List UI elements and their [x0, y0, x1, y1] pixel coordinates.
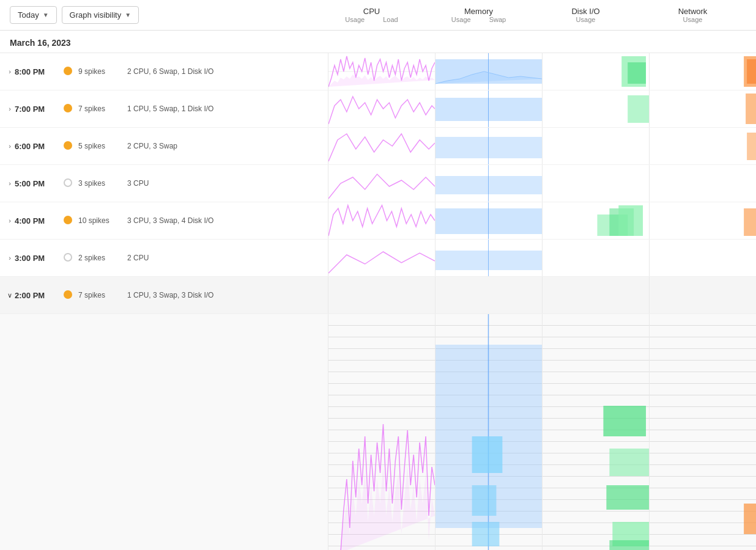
memory-swap-label: Swap	[489, 16, 506, 23]
row-300pm[interactable]: › 3:00 PM 2 spikes 2 CPU	[0, 240, 756, 277]
disk-sub: Usage	[576, 16, 596, 23]
memory-sub: Usage Swap	[451, 16, 506, 23]
desc-600pm: 2 CPU, 3 Swap	[127, 142, 328, 150]
memory-chart-400pm	[435, 202, 542, 239]
memory-chart-300pm	[435, 240, 542, 276]
cpu-col-header: CPU Usage Load	[318, 7, 425, 23]
severity-200pm	[64, 290, 78, 301]
cpu-chart-500pm	[328, 165, 435, 202]
row-700pm[interactable]: › 7:00 PM 7 spikes 1 CPU, 5 Swap, 1 Disk…	[0, 90, 756, 128]
charts-300pm	[328, 240, 756, 276]
toggle-600pm[interactable]: ›	[0, 142, 15, 150]
disk-title: Disk I/O	[571, 7, 599, 16]
toggle-700pm[interactable]: ›	[0, 105, 15, 112]
desc-700pm: 1 CPU, 5 Swap, 1 Disk I/O	[127, 105, 328, 113]
spikes-800pm: 9 spikes	[78, 67, 127, 76]
row-400pm[interactable]: › 4:00 PM 10 spikes 3 CPU, 3 Swap, 4 Dis…	[0, 202, 756, 240]
svg-rect-26	[472, 436, 503, 473]
severity-700pm	[64, 104, 78, 114]
memory-big-chart	[435, 314, 542, 550]
expanded-left-spacer	[0, 314, 328, 550]
time-200pm: 2:00 PM	[15, 291, 64, 300]
charts-600pm	[328, 128, 756, 164]
row-800pm[interactable]: › 8:00 PM 9 spikes 2 CPU, 6 Swap, 1 Disk…	[0, 53, 756, 90]
charts-500pm	[328, 165, 756, 202]
network-chart-800pm	[649, 53, 756, 90]
cpu-big-chart	[328, 314, 435, 550]
cpu-chart-700pm	[328, 90, 435, 127]
memory-title: Memory	[464, 7, 493, 16]
disk-chart-800pm	[542, 53, 649, 90]
memory-col-header: Memory Usage Swap	[425, 7, 532, 23]
row-200pm[interactable]: ∨ 2:00 PM 7 spikes 1 CPU, 3 Swap, 3 Disk…	[0, 277, 756, 314]
svg-rect-30	[609, 449, 649, 476]
svg-rect-28	[472, 522, 500, 546]
toggle-300pm[interactable]: ›	[0, 254, 15, 262]
toggle-500pm[interactable]: ›	[0, 180, 15, 187]
row-600pm[interactable]: › 6:00 PM 5 spikes 2 CPU, 3 Swap	[0, 128, 756, 165]
charts-700pm	[328, 90, 756, 127]
top-bar: Today ▼ Graph visibility ▼ CPU Usage Loa…	[0, 0, 756, 31]
desc-500pm: 3 CPU	[127, 179, 328, 188]
network-chart-600pm	[649, 128, 756, 164]
cpu-title: CPU	[363, 7, 380, 16]
row-500pm[interactable]: › 5:00 PM 3 spikes 3 CPU	[0, 165, 756, 202]
svg-rect-33	[609, 540, 649, 550]
network-big-chart	[649, 314, 756, 550]
disk-big-chart	[542, 314, 649, 550]
charts-200pm-header	[328, 277, 756, 314]
svg-rect-21	[744, 208, 756, 236]
disk-chart-400pm	[542, 202, 649, 239]
disk-chart-200pm-h	[542, 277, 649, 314]
time-600pm: 6:00 PM	[15, 142, 64, 151]
desc-300pm: 2 CPU	[127, 254, 328, 262]
desc-400pm: 3 CPU, 3 Swap, 4 Disk I/O	[127, 216, 328, 225]
toggle-200pm[interactable]: ∨	[0, 292, 15, 299]
severity-800pm	[64, 67, 78, 77]
svg-rect-9	[628, 95, 649, 123]
svg-rect-13	[747, 133, 756, 160]
network-chart-300pm	[649, 240, 756, 276]
graph-visibility-label: Graph visibility	[70, 10, 122, 20]
svg-rect-27	[472, 485, 497, 516]
today-dropdown[interactable]: Today ▼	[10, 6, 57, 24]
spikes-500pm: 3 spikes	[78, 179, 127, 188]
time-700pm: 7:00 PM	[15, 105, 64, 114]
svg-rect-4	[628, 62, 646, 84]
expanded-charts-row-200pm	[0, 314, 756, 550]
time-300pm: 3:00 PM	[15, 254, 64, 263]
severity-400pm	[64, 216, 78, 226]
cpu-chart-300pm	[328, 240, 435, 276]
severity-300pm	[64, 253, 78, 263]
disk-col-header: Disk I/O Usage	[532, 7, 639, 23]
svg-rect-6	[747, 59, 756, 84]
network-usage-label: Usage	[683, 16, 703, 23]
memory-usage-label: Usage	[451, 16, 471, 23]
desc-800pm: 2 CPU, 6 Swap, 1 Disk I/O	[127, 67, 328, 76]
spikes-700pm: 7 spikes	[78, 105, 127, 113]
today-label: Today	[18, 10, 39, 20]
disk-chart-300pm	[542, 240, 649, 276]
spikes-200pm: 7 spikes	[78, 291, 127, 299]
date-header: March 16, 2023	[0, 31, 756, 53]
cpu-load-label: Load	[383, 16, 398, 23]
graph-visibility-arrow-icon: ▼	[125, 12, 131, 18]
svg-rect-20	[618, 205, 643, 236]
severity-500pm	[64, 178, 78, 189]
toolbar-left: Today ▼ Graph visibility ▼	[10, 6, 139, 24]
cpu-chart-600pm	[328, 128, 435, 164]
network-chart-500pm	[649, 165, 756, 202]
network-chart-400pm	[649, 202, 756, 239]
network-title: Network	[678, 7, 708, 16]
disk-chart-500pm	[542, 165, 649, 202]
disk-chart-700pm	[542, 90, 649, 127]
network-col-header: Network Usage	[639, 7, 746, 23]
spikes-400pm: 10 spikes	[78, 216, 127, 225]
disk-usage-label: Usage	[576, 16, 596, 23]
cpu-sub: Usage Load	[345, 16, 398, 23]
graph-visibility-dropdown[interactable]: Graph visibility ▼	[62, 6, 139, 24]
today-arrow-icon: ▼	[43, 12, 49, 18]
toggle-400pm[interactable]: ›	[0, 217, 15, 224]
toggle-800pm[interactable]: ›	[0, 68, 15, 75]
memory-chart-700pm	[435, 90, 542, 127]
